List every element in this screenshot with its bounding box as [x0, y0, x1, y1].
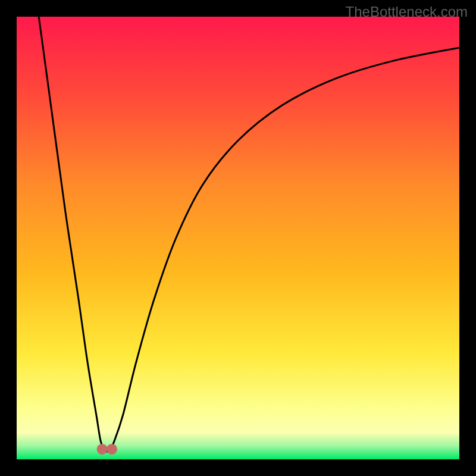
watermark-text: TheBottleneck.com — [346, 4, 468, 20]
bottleneck-curve-svg — [17, 17, 459, 459]
marker-minimum-left — [97, 444, 108, 455]
bottleneck-curve — [39, 17, 459, 452]
marker-minimum-right — [107, 444, 117, 455]
plot-area — [17, 17, 459, 459]
minimum-markers — [97, 444, 117, 455]
chart-frame: TheBottleneck.com — [0, 0, 476, 476]
